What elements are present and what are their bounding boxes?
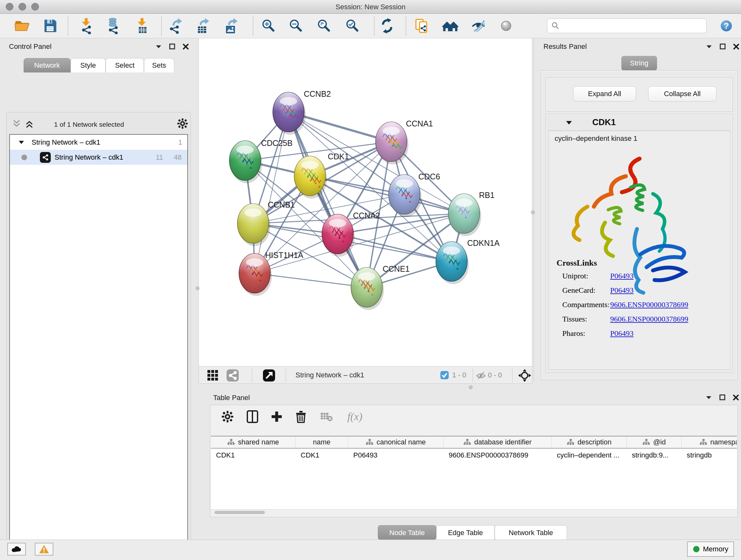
import-network-database-icon[interactable] <box>105 17 122 35</box>
tab-network-table[interactable]: Network Table <box>495 525 567 540</box>
table-row[interactable]: CDK1 CDK1 P06493 9606.ENSP00000378699 cy… <box>211 449 737 462</box>
column-header-canonical-name[interactable]: canonical name <box>348 436 444 448</box>
crosslink-pharos-link[interactable]: P06493 <box>610 329 633 337</box>
crosslink-compartments-link[interactable]: 9606.ENSP00000378699 <box>610 300 688 309</box>
collapse-panel-icon[interactable] <box>155 44 162 50</box>
network-collection-row[interactable]: String Network – cdk1 1 <box>10 135 187 150</box>
node-CCNB2[interactable]: CCNB2 <box>273 89 331 135</box>
zoom-fit-content-icon[interactable] <box>315 17 333 35</box>
crosslink-genecard-link[interactable]: P06493 <box>610 286 633 294</box>
search-input[interactable] <box>560 19 706 32</box>
column-header-name[interactable]: name <box>295 436 348 448</box>
network-options-gear-icon[interactable] <box>177 118 188 129</box>
network-graph[interactable]: CCNB2 CCNA1 CDC25B CDK1 <box>199 38 533 366</box>
cell-canonical-name[interactable]: P06493 <box>348 449 444 462</box>
crosslink-uniprot-link[interactable]: P06493 <box>610 272 633 280</box>
node-table[interactable]: shared name name canonical name database… <box>211 436 737 509</box>
tab-select[interactable]: Select <box>106 58 144 72</box>
memory-button[interactable]: Memory <box>687 542 734 557</box>
grid-view-icon[interactable] <box>207 370 219 381</box>
zoom-selected-icon[interactable] <box>343 17 361 35</box>
left-splitter-handle[interactable] <box>196 287 199 290</box>
tab-string[interactable]: String <box>621 56 657 71</box>
tab-edge-table[interactable]: Edge Table <box>436 525 495 540</box>
zoom-in-icon[interactable] <box>259 17 277 35</box>
cell-namespace[interactable]: stringdb <box>682 449 737 462</box>
close-panel-icon[interactable] <box>733 394 739 401</box>
table-settings-gear-icon[interactable] <box>220 409 235 424</box>
footer-separator <box>512 368 513 382</box>
selected-checkbox-icon[interactable] <box>440 371 449 380</box>
import-table-file-icon[interactable] <box>133 17 151 35</box>
cell-id[interactable]: stringdb:9... <box>627 449 682 462</box>
refresh-view-icon[interactable] <box>378 17 396 35</box>
cell-shared-name[interactable]: CDK1 <box>211 449 295 462</box>
export-image-icon[interactable] <box>222 17 240 35</box>
collapse-panel-icon[interactable] <box>705 44 713 50</box>
float-panel-icon[interactable] <box>720 44 726 50</box>
add-column-icon[interactable] <box>269 409 284 424</box>
cloud-status-button[interactable] <box>7 543 26 556</box>
node-CCNA2[interactable]: CCNA2 <box>322 211 380 257</box>
crosslink-tissues-link[interactable]: 9606.ENSP00000378699 <box>610 315 688 323</box>
network-canvas[interactable]: CCNB2 CCNA1 CDC25B CDK1 <box>199 38 532 366</box>
hide-selected-eye-icon[interactable] <box>469 17 487 35</box>
close-panel-icon[interactable] <box>183 44 189 50</box>
collapse-entry-icon[interactable] <box>565 119 573 126</box>
column-header-id[interactable]: @id <box>627 436 682 448</box>
column-header-shared-name[interactable]: shared name <box>211 436 295 448</box>
collapse-panel-icon[interactable] <box>705 395 712 400</box>
network-row-selected[interactable]: String Network – cdk1 11 48 <box>10 150 187 165</box>
footer-separator <box>252 368 252 382</box>
column-header-description[interactable]: description <box>552 436 627 448</box>
scrollbar-thumb[interactable] <box>214 511 265 514</box>
zoom-out-icon[interactable] <box>286 17 305 35</box>
import-network-file-icon[interactable] <box>77 17 95 35</box>
tab-sets[interactable]: Sets <box>144 58 174 72</box>
node-CCNE1[interactable]: CCNE1 <box>351 264 410 310</box>
birds-eye-view-icon[interactable] <box>263 369 275 382</box>
open-file-icon[interactable] <box>13 17 30 35</box>
horizontal-scrollbar[interactable] <box>211 509 737 515</box>
warnings-button[interactable] <box>35 543 53 556</box>
tab-node-table[interactable]: Node Table <box>378 525 436 540</box>
highlight-neighbors-icon[interactable] <box>497 17 515 35</box>
string-home-icon[interactable] <box>441 17 459 35</box>
clone-network-icon[interactable] <box>413 17 431 35</box>
close-panel-icon[interactable] <box>733 44 739 50</box>
show-columns-icon[interactable] <box>245 409 260 424</box>
node-CDC6[interactable]: CDC6 <box>389 172 440 217</box>
search-field[interactable] <box>547 18 706 33</box>
node-RB1[interactable]: RB1 <box>448 191 495 236</box>
right-splitter-handle[interactable] <box>531 210 535 214</box>
edge-CCNB2-HIST1H1A[interactable] <box>255 112 288 273</box>
float-panel-icon[interactable] <box>719 394 726 401</box>
node-CCNA1[interactable]: CCNA1 <box>376 119 433 165</box>
fit-selected-crosshair-icon[interactable] <box>518 369 531 382</box>
node-CDC25B[interactable]: CDC25B <box>229 138 293 183</box>
node-CCNB1[interactable]: CCNB1 <box>238 200 295 246</box>
tab-network[interactable]: Network <box>23 58 71 72</box>
expand-all-button[interactable]: Expand All <box>573 86 636 102</box>
tab-style[interactable]: Style <box>71 58 106 72</box>
node-CDK1[interactable]: CDK1 <box>294 152 349 199</box>
column-header-namespace[interactable]: namespace <box>682 436 737 448</box>
export-network-icon[interactable] <box>166 17 185 35</box>
search-icon <box>551 21 560 30</box>
help-icon[interactable]: ? <box>718 17 735 35</box>
column-header-database-identifier[interactable]: database identifier <box>444 436 552 448</box>
float-panel-icon[interactable] <box>169 44 176 50</box>
node-HIST1H1A[interactable]: HIST1H1A <box>239 251 304 296</box>
cell-description[interactable]: cyclin–dependent ... <box>552 449 627 462</box>
edge-CCNB2-CCNE1[interactable] <box>288 112 367 287</box>
node-CDKN1A[interactable]: CDKN1A <box>436 239 500 284</box>
horizontal-splitter-handle[interactable] <box>469 385 473 389</box>
collection-expand-icon[interactable] <box>18 140 24 145</box>
export-table-icon[interactable] <box>194 17 212 35</box>
collapse-all-button[interactable]: Collapse All <box>648 86 717 102</box>
save-session-icon[interactable] <box>41 17 59 35</box>
delete-column-trash-icon[interactable] <box>293 409 309 424</box>
network-style-icon[interactable] <box>226 369 239 382</box>
cell-database-identifier[interactable]: 9606.ENSP00000378699 <box>444 449 552 462</box>
cell-name[interactable]: CDK1 <box>295 449 348 462</box>
